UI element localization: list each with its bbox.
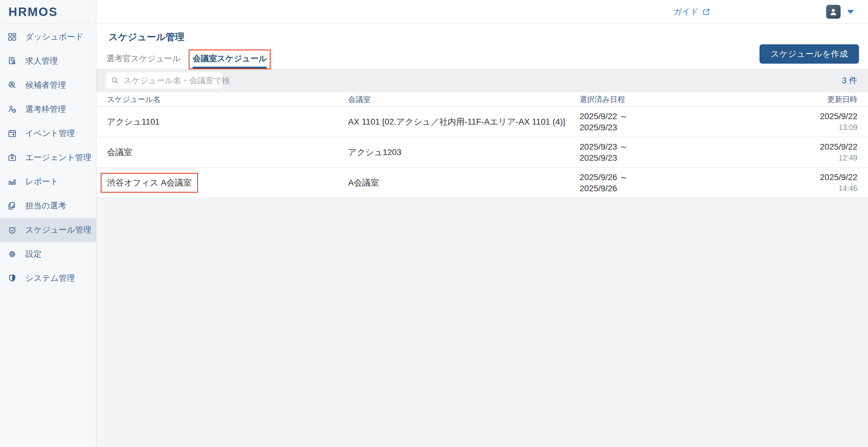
date-range-end: 2025/9/26 (580, 183, 730, 194)
briefcase-icon (7, 153, 17, 162)
date-range-end: 2025/9/23 (580, 152, 730, 163)
account-menu (826, 5, 854, 19)
sidebar-item-candidates[interactable]: 候補者管理 (0, 73, 96, 97)
app-root: HRMOS ダッシュボード 求人管理 候補者管理 選考枠管理 イベント管理 (0, 0, 868, 447)
cell-meeting-room: アクシュ1203 (348, 147, 580, 158)
shield-icon (7, 274, 17, 283)
calendar-icon (7, 129, 17, 138)
cell-meeting-room: A会議室 (348, 177, 580, 188)
main-area: ガイド スケジュール管理 選考官スケジュール 会議室スケジュール スケジュールを… (96, 0, 868, 447)
updated-date: 2025/9/22 (730, 172, 858, 183)
sidebar-item-events[interactable]: イベント管理 (0, 121, 96, 145)
filter-bar: 3 件 (96, 69, 868, 92)
table-row[interactable]: 会議室 アクシュ1203 2025/9/23 ～ 2025/9/23 2025/… (96, 137, 868, 168)
page-title: スケジュール管理 (108, 31, 184, 43)
sidebar-item-label: レポート (25, 176, 59, 187)
updated-date: 2025/9/22 (730, 141, 858, 152)
alarm-check-icon (7, 225, 17, 235)
gear-icon (7, 249, 17, 259)
sidebar-item-reports[interactable]: レポート (0, 170, 96, 193)
topbar: ガイド (96, 0, 868, 24)
sidebar-item-system[interactable]: システム管理 (0, 266, 96, 290)
cell-updated-at: 2025/9/22 12:49 (730, 141, 858, 163)
sidebar-item-label: 設定 (25, 248, 41, 259)
schedule-table: スケジュール名 会議室 選択済み日程 更新日時 アクシュ1101 AX 1101… (96, 92, 868, 198)
sidebar-item-label: 担当の選考 (25, 200, 66, 211)
sidebar-item-label: ダッシュボード (25, 31, 84, 42)
tab-interviewer-schedule[interactable]: 選考官スケジュール (106, 53, 181, 69)
person-icon (828, 7, 838, 17)
dashboard-icon (7, 32, 17, 41)
search-input[interactable] (123, 76, 230, 85)
updated-time: 13:09 (730, 122, 858, 133)
tab-bar: 選考官スケジュール 会議室スケジュール (106, 53, 267, 69)
table-row[interactable]: アクシュ1101 AX 1101 [02.アクシュ／社内用-11F-Aエリア-A… (96, 107, 868, 137)
cell-updated-at: 2025/9/22 14:46 (730, 172, 858, 194)
sidebar-nav: ダッシュボード 求人管理 候補者管理 選考枠管理 イベント管理 エージェント管理 (0, 24, 96, 290)
sidebar-item-label: 選考枠管理 (25, 104, 66, 115)
empty-content-area (96, 198, 868, 447)
date-range-start: 2025/9/22 ～ (580, 111, 730, 122)
updated-date: 2025/9/22 (730, 111, 858, 122)
bar-chart-icon (7, 177, 17, 186)
sidebar: HRMOS ダッシュボード 求人管理 候補者管理 選考枠管理 イベント管理 (0, 0, 96, 447)
create-schedule-button[interactable]: スケジュールを作成 (760, 44, 859, 64)
updated-time: 12:49 (730, 152, 858, 163)
cell-schedule-name: 会議室 (107, 147, 348, 158)
job-document-icon (7, 56, 17, 66)
sidebar-item-dashboard[interactable]: ダッシュボード (0, 25, 96, 49)
cell-schedule-name: アクシュ1101 (107, 116, 348, 127)
col-header-schedule-name: スケジュール名 (107, 94, 348, 105)
updated-time: 14:46 (730, 183, 858, 194)
sidebar-item-schedules[interactable]: スケジュール管理 (0, 218, 96, 242)
candidate-search-icon (7, 81, 17, 90)
cell-meeting-room: AX 1101 [02.アクシュ／社内用-11F-Aエリア-AX 1101 (4… (348, 116, 580, 127)
hrmos-logo: HRMOS (8, 5, 58, 19)
col-header-updated-at: 更新日時 (730, 94, 858, 105)
date-range-start: 2025/9/23 ～ (580, 141, 730, 152)
date-range-end: 2025/9/23 (580, 122, 730, 133)
sidebar-item-label: エージェント管理 (25, 152, 91, 163)
tab-meeting-room-schedule-label: 会議室スケジュール (193, 54, 267, 63)
cell-schedule-name: 渋谷オフィス A会議室 (107, 173, 348, 193)
cell-updated-at: 2025/9/22 13:09 (730, 111, 858, 133)
annotation-box-row-name: 渋谷オフィス A会議室 (101, 173, 198, 193)
person-clock-icon (7, 105, 17, 114)
documents-pen-icon (7, 201, 17, 211)
sidebar-item-label: システム管理 (25, 273, 75, 284)
table-header-row: スケジュール名 会議室 選択済み日程 更新日時 (96, 92, 868, 107)
table-row[interactable]: 渋谷オフィス A会議室 A会議室 2025/9/26 ～ 2025/9/26 2… (96, 168, 868, 198)
cell-selected-dates: 2025/9/26 ～ 2025/9/26 (580, 172, 730, 194)
cell-selected-dates: 2025/9/23 ～ 2025/9/23 (580, 141, 730, 163)
sidebar-item-jobs[interactable]: 求人管理 (0, 49, 96, 73)
search-box (106, 72, 222, 89)
sidebar-item-label: イベント管理 (25, 128, 75, 139)
logo-area: HRMOS (0, 0, 96, 24)
sidebar-item-my-selections[interactable]: 担当の選考 (0, 193, 96, 218)
avatar[interactable] (826, 5, 841, 19)
sidebar-item-settings[interactable]: 設定 (0, 242, 96, 266)
guide-link-label: ガイド (674, 6, 699, 17)
sidebar-item-interview-slots[interactable]: 選考枠管理 (0, 97, 96, 121)
page-header: スケジュール管理 選考官スケジュール 会議室スケジュール スケジュールを作成 (96, 24, 868, 69)
sidebar-item-agents[interactable]: エージェント管理 (0, 145, 96, 170)
sidebar-item-label: スケジュール管理 (25, 225, 91, 235)
external-link-icon (702, 8, 710, 16)
search-icon (111, 76, 119, 85)
col-header-selected-dates: 選択済み日程 (580, 94, 730, 105)
account-caret-icon[interactable] (847, 10, 854, 14)
sidebar-item-label: 候補者管理 (25, 80, 66, 90)
sidebar-item-label: 求人管理 (25, 56, 58, 66)
date-range-start: 2025/9/26 ～ (580, 172, 730, 183)
tab-meeting-room-schedule[interactable]: 会議室スケジュール (193, 53, 267, 69)
cell-selected-dates: 2025/9/22 ～ 2025/9/23 (580, 111, 730, 133)
result-count: 3 件 (842, 75, 858, 86)
col-header-meeting-room: 会議室 (348, 94, 580, 105)
guide-link[interactable]: ガイド (674, 6, 710, 17)
